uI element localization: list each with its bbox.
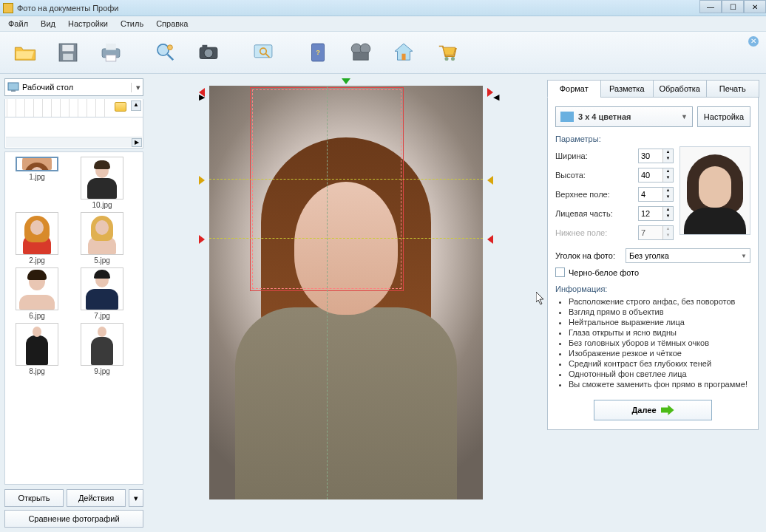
svg-rect-4	[106, 44, 116, 50]
folder-combo-text: Рабочий стол	[22, 83, 73, 92]
menu-bar: Файл Вид Настройки Стиль Справка	[0, 16, 766, 31]
camera-button[interactable]	[188, 34, 229, 71]
thumb-item[interactable]: 8.jpg	[7, 323, 67, 375]
screenshot-button[interactable]	[243, 34, 284, 71]
toolbar: ? ✕	[0, 31, 766, 74]
guide-marker-icon[interactable]	[199, 176, 205, 185]
canvas-area: ▶ ◀	[148, 74, 544, 532]
chevron-down-icon: ▼	[681, 113, 688, 120]
folder-tree[interactable]: ▲	[4, 99, 143, 117]
left-marker-icon[interactable]: ▶	[199, 88, 205, 97]
svg-point-21	[444, 57, 448, 61]
scroll-up-icon[interactable]: ▲	[131, 100, 141, 111]
thumb-item[interactable]: 7.jpg	[72, 267, 132, 320]
save-button[interactable]	[47, 34, 89, 71]
format-preview	[679, 146, 750, 235]
thumb-item[interactable]: 1.jpg	[7, 157, 67, 209]
tab-format[interactable]: Формат	[547, 80, 601, 98]
open-button[interactable]: Открыть	[4, 489, 64, 507]
svg-rect-20	[401, 54, 405, 61]
svg-point-8	[168, 45, 173, 50]
params-heading: Параметры:	[555, 134, 750, 143]
guide-marker-icon[interactable]	[487, 176, 493, 185]
menu-style[interactable]: Стиль	[115, 18, 149, 30]
width-spinner[interactable]: ▲▼	[638, 149, 674, 163]
minimize-button[interactable]: —	[699, 0, 722, 13]
folder-combo[interactable]: Рабочий стол ▾	[4, 78, 143, 96]
close-window-button[interactable]: ✕	[744, 0, 766, 13]
actions-button[interactable]: Действия	[67, 489, 126, 507]
scroll-right-icon[interactable]: ▶	[132, 138, 142, 147]
corner-label: Уголок на фото:	[555, 251, 626, 260]
tab-print[interactable]: Печать	[706, 80, 760, 98]
info-list: Расположение строго анфас, без поворотов…	[555, 296, 750, 389]
svg-point-10	[204, 49, 213, 58]
svg-point-6	[157, 44, 169, 55]
format-icon	[560, 112, 574, 122]
thumb-item[interactable]: 10.jpg	[72, 157, 132, 209]
svg-rect-12	[254, 45, 272, 58]
help-book-button[interactable]: ?	[297, 34, 339, 71]
open-folder-button[interactable]	[4, 34, 46, 71]
bw-checkbox[interactable]	[555, 267, 565, 277]
desktop-icon	[7, 82, 19, 92]
svg-text:?: ?	[316, 49, 320, 56]
app-icon	[3, 3, 13, 13]
tab-process[interactable]: Обработка	[653, 80, 707, 98]
guide-marker-icon[interactable]	[487, 235, 493, 244]
compare-button[interactable]: Сравнение фотографий	[4, 510, 143, 528]
thumb-item[interactable]: 2.jpg	[7, 212, 67, 265]
title-bar: Фото на документы Профи — ☐ ✕	[0, 0, 766, 16]
left-panel: Рабочий стол ▾ ▲ ◀ ▶ 1.jpg 10.jpg	[0, 74, 148, 532]
svg-rect-24	[11, 90, 16, 92]
tab-markup[interactable]: Разметка	[600, 80, 654, 98]
right-marker-icon[interactable]: ◀	[487, 88, 493, 97]
home-button[interactable]	[383, 34, 424, 71]
bw-label: Черно-белое фото	[569, 268, 639, 277]
svg-rect-2	[63, 54, 73, 61]
corner-select[interactable]: Без уголка ▼	[626, 248, 750, 263]
arrow-right-icon	[661, 405, 674, 415]
svg-line-7	[168, 55, 174, 61]
format-settings-button[interactable]: Настройка	[697, 106, 750, 127]
bottom-margin-spinner: ▲▼	[638, 225, 674, 240]
window-title: Фото на документы Профи	[17, 4, 119, 13]
top-marker-icon[interactable]	[342, 78, 350, 84]
thumbnail-list: 1.jpg 10.jpg 2.jpg 5.jpg	[4, 151, 143, 485]
horizontal-scrollbar[interactable]	[6, 137, 142, 147]
next-button[interactable]: Далее	[594, 400, 712, 420]
search-button[interactable]	[145, 34, 186, 71]
eyes-guide	[209, 179, 483, 180]
maximize-button[interactable]: ☐	[722, 0, 744, 13]
svg-rect-5	[106, 55, 116, 61]
folder-tree-scroll: ◀ ▶	[4, 117, 143, 149]
chevron-down-icon: ▼	[741, 253, 747, 259]
print-button[interactable]	[90, 34, 132, 71]
svg-rect-23	[8, 83, 18, 90]
thumb-item[interactable]: 9.jpg	[72, 323, 132, 375]
guide-marker-icon[interactable]	[199, 235, 205, 244]
vertical-guide	[327, 86, 328, 499]
menu-file[interactable]: Файл	[2, 18, 34, 30]
folder-icon	[115, 102, 126, 112]
video-button[interactable]	[340, 34, 382, 71]
svg-rect-19	[353, 52, 368, 60]
combo-arrow-icon[interactable]: ▾	[131, 83, 140, 92]
thumb-item[interactable]: 5.jpg	[72, 212, 132, 265]
top-margin-spinner[interactable]: ▲▼	[638, 187, 674, 202]
right-panel: Формат Разметка Обработка Печать 3 x 4 ц…	[544, 74, 766, 532]
menu-view[interactable]: Вид	[35, 18, 61, 30]
menu-help[interactable]: Справка	[150, 18, 194, 30]
actions-dropdown-icon[interactable]: ▾	[129, 489, 143, 507]
svg-rect-11	[203, 45, 208, 48]
tab-bar: Формат Разметка Обработка Печать	[547, 80, 759, 98]
svg-rect-1	[62, 45, 73, 52]
photo-workspace[interactable]: ▶ ◀	[209, 86, 483, 499]
face-spinner[interactable]: ▲▼	[638, 206, 674, 221]
thumb-item[interactable]: 6.jpg	[7, 267, 67, 320]
close-panel-icon[interactable]: ✕	[748, 36, 759, 47]
format-select[interactable]: 3 x 4 цветная ▼	[555, 106, 693, 127]
height-spinner[interactable]: ▲▼	[638, 168, 674, 183]
menu-settings[interactable]: Настройки	[62, 18, 114, 30]
cart-button[interactable]	[426, 34, 467, 71]
